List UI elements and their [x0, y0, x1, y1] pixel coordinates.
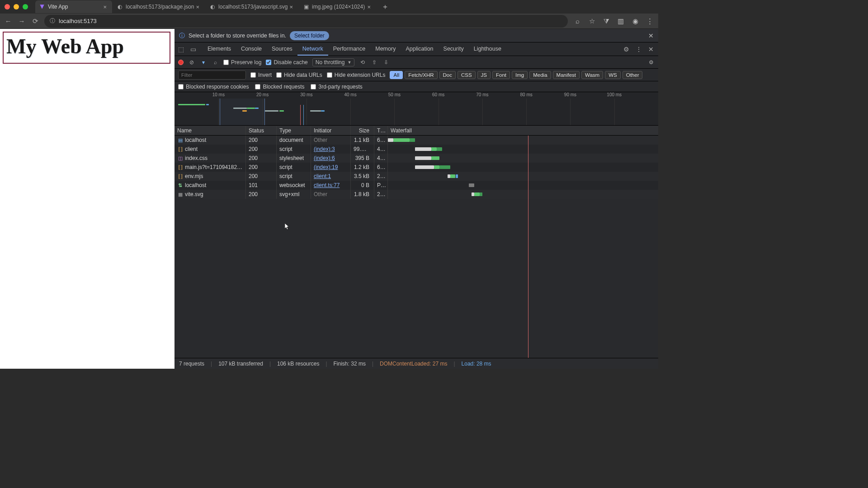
filter-type-fetchxhr[interactable]: Fetch/XHR — [405, 71, 437, 79]
col-type[interactable]: Type — [277, 126, 311, 135]
timeline-tick: 40 ms — [344, 92, 356, 97]
inspect-element-icon[interactable]: ⬚ — [178, 46, 184, 53]
devtools-close-icon[interactable]: ✕ — [648, 46, 654, 53]
filter-type-all[interactable]: All — [390, 71, 403, 79]
browser-tab[interactable]: ◐ localhost:5173/package.json × — [113, 0, 205, 13]
side-panel-icon[interactable]: ▥ — [616, 17, 626, 25]
devtools-tab-security[interactable]: Security — [439, 42, 469, 56]
network-row[interactable]: ⇅localhost101websocketclient.ts:770 BP… — [175, 181, 658, 190]
site-info-icon[interactable]: ⓘ — [50, 17, 55, 25]
col-time[interactable]: T… — [374, 126, 388, 135]
hide-data-urls-checkbox[interactable]: Hide data URLs — [276, 72, 322, 78]
network-row[interactable]: ▤localhost200documentOther1.1 kB6… — [175, 136, 658, 145]
export-har-icon[interactable]: ⇩ — [382, 59, 390, 66]
device-toolbar-icon[interactable]: ▭ — [190, 46, 196, 53]
initiator-link[interactable]: client.ts:77 — [314, 182, 340, 188]
tab-close-icon[interactable]: × — [194, 4, 201, 10]
initiator-link[interactable]: client:1 — [314, 173, 331, 179]
timeline-tick: 80 ms — [520, 92, 533, 97]
tab-close-icon[interactable]: × — [288, 4, 295, 10]
close-window-button[interactable] — [5, 4, 10, 9]
network-table: Name Status Type Initiator Size T… Water… — [175, 126, 658, 358]
filter-type-manifest[interactable]: Manifest — [553, 71, 580, 79]
devtools-tab-elements[interactable]: Elements — [203, 42, 236, 56]
network-row[interactable]: ▦vite.svg200svg+xmlOther1.8 kB2… — [175, 190, 658, 199]
network-row[interactable]: ⟦⟧env.mjs200scriptclient:13.5 kB2… — [175, 172, 658, 181]
devtools-tab-console[interactable]: Console — [236, 42, 267, 56]
col-waterfall[interactable]: Waterfall — [388, 126, 658, 135]
devtools-more-icon[interactable]: ⋮ — [636, 46, 642, 53]
profile-icon[interactable]: ◉ — [630, 17, 640, 25]
network-table-header[interactable]: Name Status Type Initiator Size T… Water… — [175, 126, 658, 136]
address-text: localhost:5173 — [59, 18, 97, 24]
forward-button[interactable]: → — [17, 17, 26, 25]
reload-button[interactable]: ⟳ — [31, 17, 40, 25]
close-infobar-icon[interactable]: ✕ — [648, 32, 654, 39]
third-party-checkbox[interactable]: 3rd-party requests — [311, 84, 362, 90]
filter-toggle-icon[interactable]: ▾ — [200, 59, 207, 66]
col-name[interactable]: Name — [175, 126, 246, 135]
search-icon[interactable]: ⌕ — [212, 59, 219, 66]
filter-type-font[interactable]: Font — [492, 71, 510, 79]
hide-extension-urls-checkbox[interactable]: Hide extension URLs — [327, 72, 386, 78]
throttling-dropdown[interactable]: No throttling ▼ — [312, 58, 355, 66]
select-folder-button[interactable]: Select folder — [290, 31, 329, 40]
browser-tab[interactable]: ◐ localhost:5173/javascript.svg × — [206, 0, 298, 13]
network-conditions-icon[interactable]: ⟲ — [359, 59, 366, 66]
col-status[interactable]: Status — [246, 126, 277, 135]
devtools-tab-lighthouse[interactable]: Lighthouse — [469, 42, 506, 56]
devtools-tab-performance[interactable]: Performance — [328, 42, 371, 56]
browser-tab-active[interactable]: Vite App × — [35, 0, 112, 13]
filter-type-js[interactable]: JS — [477, 71, 491, 79]
browser-tab[interactable]: ▣ img.jpeg (1024×1024) × — [299, 0, 376, 13]
tab-close-icon[interactable]: × — [101, 4, 108, 10]
zoom-icon[interactable]: ⌕ — [572, 17, 582, 25]
filter-type-wasm[interactable]: Wasm — [581, 71, 603, 79]
blocked-cookies-checkbox[interactable]: Blocked response cookies — [178, 84, 249, 90]
import-har-icon[interactable]: ⇧ — [371, 59, 378, 66]
initiator-link[interactable]: (index):3 — [314, 146, 335, 152]
address-bar[interactable]: ⓘ localhost:5173 — [44, 15, 568, 28]
blocked-requests-label: Blocked requests — [263, 84, 304, 90]
network-settings-icon[interactable]: ⚙ — [647, 59, 655, 66]
filter-type-css[interactable]: CSS — [458, 71, 476, 79]
timeline-tick: 90 ms — [564, 92, 576, 97]
page-heading: My Web App — [6, 34, 167, 58]
invert-checkbox[interactable]: Invert — [250, 72, 272, 78]
initiator-link[interactable]: (index):6 — [314, 155, 335, 161]
network-timeline[interactable]: 10 ms20 ms30 ms40 ms50 ms60 ms70 ms80 ms… — [175, 92, 658, 126]
record-button[interactable] — [178, 60, 184, 65]
network-row[interactable]: ◫index.css200stylesheet(index):6395 B4… — [175, 154, 658, 163]
col-initiator[interactable]: Initiator — [311, 126, 351, 135]
devtools-tab-sources[interactable]: Sources — [267, 42, 297, 56]
devtools-tab-network[interactable]: Network — [297, 42, 328, 56]
filter-input[interactable] — [178, 70, 246, 80]
network-row[interactable]: ⟦⟧main.js?t=1710941828…200script(index):… — [175, 163, 658, 172]
tab-close-icon[interactable]: × — [365, 4, 373, 10]
file-type-icon: ◫ — [177, 154, 183, 163]
clear-icon[interactable]: ⊘ — [188, 59, 195, 66]
extensions-icon[interactable]: ⧩ — [601, 17, 611, 25]
back-button[interactable]: ← — [4, 17, 13, 25]
tab-title: img.jpeg (1024×1024) — [312, 4, 365, 10]
filter-type-doc[interactable]: Doc — [439, 71, 456, 79]
devtools-tab-application[interactable]: Application — [401, 42, 438, 56]
maximize-window-button[interactable] — [23, 4, 28, 9]
filter-type-other[interactable]: Other — [623, 71, 643, 79]
filter-type-img[interactable]: Img — [512, 71, 528, 79]
network-row[interactable]: ⟦⟧client200script(index):399.4 kB4… — [175, 145, 658, 154]
initiator-link[interactable]: (index):19 — [314, 164, 338, 170]
disable-cache-checkbox[interactable]: Disable cache — [266, 59, 307, 66]
filter-type-ws[interactable]: WS — [605, 71, 621, 79]
minimize-window-button[interactable] — [14, 4, 19, 9]
menu-icon[interactable]: ⋮ — [645, 17, 655, 25]
col-size[interactable]: Size — [351, 126, 374, 135]
preserve-log-checkbox[interactable]: Preserve log — [223, 59, 261, 66]
bookmark-icon[interactable]: ☆ — [587, 17, 597, 25]
file-type-icon: ⇅ — [177, 181, 183, 190]
blocked-requests-checkbox[interactable]: Blocked requests — [255, 84, 304, 90]
devtools-settings-icon[interactable]: ⚙ — [623, 46, 629, 53]
devtools-tab-memory[interactable]: Memory — [370, 42, 401, 56]
new-tab-button[interactable]: ＋ — [377, 0, 393, 14]
filter-type-media[interactable]: Media — [529, 71, 551, 79]
